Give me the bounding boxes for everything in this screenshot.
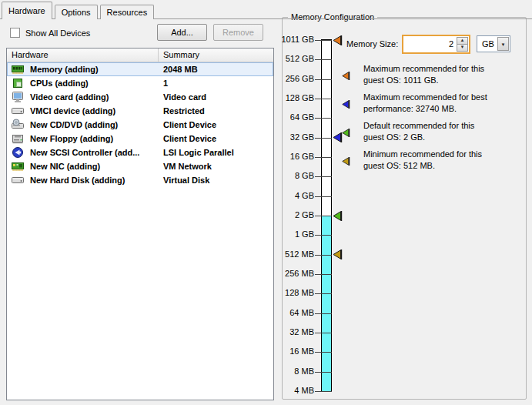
slider-tick-label: 512 GB — [276, 54, 314, 63]
spinner-up-button[interactable]: ▲ — [457, 37, 468, 45]
show-all-devices-label: Show All Devices — [25, 28, 90, 38]
remove-button: Remove — [213, 24, 263, 41]
memory-configuration-title: Memory Configuration — [288, 12, 377, 22]
spinner-down-button[interactable]: ▼ — [457, 45, 468, 52]
slider-tick-label: 8 MB — [276, 367, 314, 376]
table-row[interactable]: New SCSI Controller (add...LSI Logic Par… — [7, 146, 273, 159]
default-recommended-marker-icon — [332, 211, 343, 221]
device-name: Video card (adding) — [30, 90, 109, 104]
add-button[interactable]: Add... — [157, 24, 207, 41]
table-row[interactable]: CPUs (adding)1 — [7, 76, 273, 90]
tab-options[interactable]: Options — [55, 5, 98, 19]
slider-tick-mark — [315, 333, 332, 333]
slider-tick-label: 2 GB — [276, 210, 314, 219]
slider-tick-label: 64 GB — [276, 112, 314, 122]
device-name: New NIC (adding) — [30, 159, 100, 173]
device-name: Memory (adding) — [30, 62, 99, 76]
table-row[interactable]: New CD/DVD (adding)Client Device — [7, 118, 273, 132]
slider-tick-label: 4 MB — [276, 386, 314, 395]
slider-tick-mark — [315, 313, 332, 314]
device-name: New Hard Disk (adding) — [30, 173, 125, 187]
table-row[interactable]: New Hard Disk (adding)Virtual Disk — [7, 173, 273, 187]
note-text: Minimum recommended for thisguest OS: 51… — [363, 149, 482, 172]
slider-tick-mark — [315, 216, 332, 216]
device-summary: LSI Logic Parallel — [163, 146, 234, 159]
note-marker-icon — [341, 157, 350, 166]
nic-icon — [12, 160, 24, 172]
slider-tick-label: 16 MB — [276, 346, 314, 356]
memory-size-spinner[interactable]: 2 ▲ ▼ — [402, 35, 470, 54]
slider-tick-label: 8 GB — [276, 171, 314, 180]
slider-tick-mark — [315, 79, 332, 80]
tab-resources[interactable]: Resources — [100, 5, 155, 19]
table-row[interactable]: Video card (adding)Video card — [7, 90, 273, 104]
device-summary: VM Network — [163, 159, 212, 173]
tab-hardware[interactable]: Hardware — [2, 2, 52, 19]
scsi-controller-icon — [12, 146, 24, 159]
slider-tick-mark — [315, 391, 332, 392]
show-all-devices-checkbox[interactable] — [10, 28, 20, 38]
memory-unit-value: GB — [482, 36, 494, 52]
memory-size-label: Memory Size: — [346, 39, 398, 49]
slider-tick-mark — [315, 59, 332, 60]
table-row[interactable]: Memory (adding)2048 MB — [7, 62, 273, 76]
device-summary: Virtual Disk — [163, 173, 209, 187]
slider-tick-mark — [315, 372, 332, 373]
slider-tick-label: 256 MB — [276, 269, 314, 278]
device-name: New Floppy (adding) — [30, 132, 113, 146]
note-text: Maximum recommended for thisguest OS: 10… — [363, 63, 484, 86]
cd-dvd-icon — [12, 119, 24, 131]
memory-size-value[interactable]: 2 — [449, 36, 453, 52]
device-name: VMCI device (adding) — [30, 104, 115, 118]
table-row[interactable]: New NIC (adding)VM Network — [7, 159, 273, 173]
device-name: New CD/DVD (adding) — [30, 118, 118, 132]
device-table-header: Hardware Summary — [7, 49, 273, 62]
note-marker-icon — [341, 100, 350, 109]
slider-tick-label: 128 GB — [276, 93, 314, 102]
note-text: Default recommended for thisguest OS: 2 … — [363, 120, 474, 143]
best-performance-maximum-marker-icon — [332, 132, 343, 142]
device-summary: Video card — [163, 90, 206, 104]
table-row[interactable]: VMCI device (adding)Restricted — [7, 104, 273, 118]
slider-tick-label: 32 GB — [276, 132, 314, 142]
note-text: Maximum recommended for bestperformance:… — [363, 92, 487, 115]
device-summary: Client Device — [163, 132, 216, 146]
slider-tick-label: 16 GB — [276, 152, 314, 161]
hard-disk-icon — [12, 174, 24, 186]
device-name: New SCSI Controller (add... — [30, 146, 139, 159]
slider-tick-mark — [315, 138, 332, 139]
slider-tick-mark — [315, 40, 332, 41]
vmci-device-icon — [12, 105, 24, 117]
memory-slider-fill — [322, 216, 331, 391]
slider-tick-mark — [315, 118, 332, 119]
memory-unit-dropdown[interactable]: GB ▼ — [477, 35, 510, 52]
column-header-hardware: Hardware — [7, 49, 159, 62]
minimum-recommended-marker-icon — [332, 249, 343, 259]
note-marker-icon — [341, 72, 350, 80]
slider-tick-mark — [315, 157, 332, 158]
cpu-icon — [12, 77, 24, 89]
slider-tick-label: 1011 GB — [276, 35, 314, 44]
vm-settings-dialog: HardwareOptionsResources Show All Device… — [0, 0, 532, 405]
slider-tick-mark — [315, 176, 332, 177]
slider-tick-mark — [315, 352, 332, 353]
device-summary: 2048 MB — [163, 62, 198, 76]
device-list: Memory (adding)2048 MBCPUs (adding)1Vide… — [7, 62, 273, 187]
slider-tick-label: 64 MB — [276, 308, 314, 317]
device-summary: 1 — [163, 76, 168, 90]
down-arrow-icon: ▼ — [460, 45, 465, 49]
tab-bar: HardwareOptionsResources — [2, 2, 156, 19]
slider-tick-mark — [315, 293, 332, 294]
device-summary: Client Device — [163, 118, 216, 132]
slider-tick-label: 4 GB — [276, 191, 314, 200]
memory-icon — [12, 63, 24, 75]
dropdown-arrow-icon[interactable]: ▼ — [497, 37, 509, 51]
maximum-recommended-marker-icon — [332, 35, 343, 45]
table-row[interactable]: New Floppy (adding)Client Device — [7, 132, 273, 146]
slider-tick-mark — [315, 255, 332, 256]
slider-tick-mark — [315, 274, 332, 275]
floppy-icon — [12, 132, 24, 145]
slider-tick-mark — [315, 99, 332, 99]
video-card-icon — [12, 91, 24, 103]
slider-tick-label: 512 MB — [276, 249, 314, 259]
